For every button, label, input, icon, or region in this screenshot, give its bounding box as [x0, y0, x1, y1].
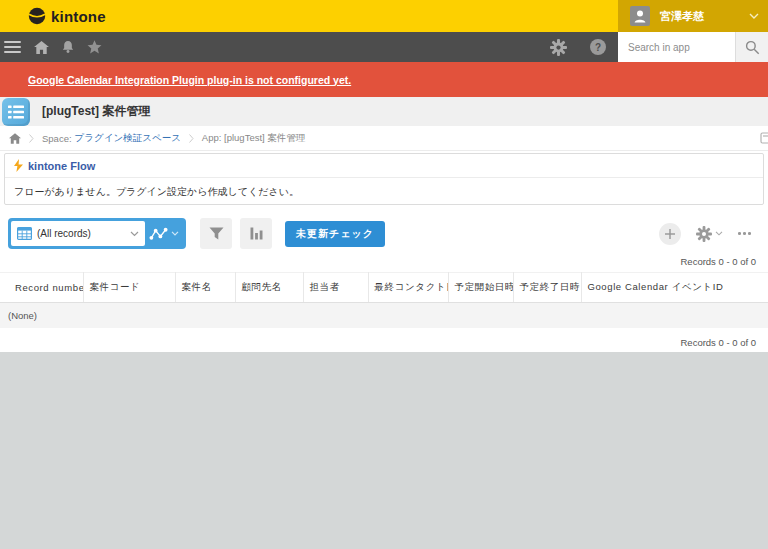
- view-toolbar: (All records): [8, 218, 760, 249]
- kintone-flow-panel: kintone Flow フローがありません。プラグイン設定から作成してください…: [4, 153, 764, 205]
- kintone-flow-title: kintone Flow: [28, 160, 95, 172]
- funnel-icon: [209, 227, 224, 240]
- column-header-last-contact-date[interactable]: 最終コンタクト日: [368, 273, 448, 303]
- breadcrumb-app-item: App: [plugTest] 案件管理: [202, 132, 305, 145]
- navbar-right: ?: [550, 32, 768, 62]
- graph-view-dropdown[interactable]: [145, 221, 183, 246]
- column-header-gcal-event-id[interactable]: Google Calendar イベントID: [581, 273, 768, 303]
- top-header: kintone 宮澤孝慈: [0, 0, 768, 32]
- user-name: 宮澤孝慈: [660, 9, 704, 24]
- breadcrumb-space-prefix: Space:: [42, 133, 72, 144]
- chart-button[interactable]: [240, 218, 272, 249]
- plugin-warning-banner: Google Calendar Integration Plugin plug-…: [0, 62, 768, 97]
- gear-icon: [696, 226, 712, 242]
- bar-chart-icon: [250, 227, 263, 240]
- table-header-spacer: [0, 273, 9, 303]
- view-selector-label: (All records): [37, 228, 91, 239]
- search-input[interactable]: [618, 32, 735, 62]
- kintone-logo[interactable]: kintone: [28, 7, 106, 25]
- view-selector-group: (All records): [8, 218, 186, 249]
- column-header-client-name[interactable]: 顧問先名: [235, 273, 303, 303]
- kintone-logo-icon: [28, 7, 46, 25]
- app-header-bar: [plugTest] 案件管理: [0, 97, 768, 126]
- column-header-case-code[interactable]: 案件コード: [83, 273, 175, 303]
- kintone-logo-text: kintone: [51, 8, 106, 25]
- column-header-assignee[interactable]: 担当者: [303, 273, 368, 303]
- breadcrumb: Space: プラグイン検証スペース App: [plugTest] 案件管理: [0, 126, 768, 151]
- hamburger-menu-icon[interactable]: [4, 41, 21, 53]
- help-icon[interactable]: ?: [590, 39, 606, 55]
- view-selector-dropdown[interactable]: (All records): [11, 221, 145, 246]
- column-header-end-datetime[interactable]: 予定終了日時: [513, 273, 581, 303]
- user-menu[interactable]: 宮澤孝慈: [618, 0, 768, 32]
- chevron-right-icon: [189, 134, 194, 143]
- records-count-top: Records 0 - 0 of 0: [0, 255, 768, 269]
- page-background: [0, 352, 768, 549]
- unupdated-check-button[interactable]: 未更新チェック: [285, 221, 385, 247]
- home-icon[interactable]: [34, 41, 49, 54]
- column-header-case-name[interactable]: 案件名: [175, 273, 235, 303]
- app-icon: [2, 98, 30, 126]
- global-navbar: ?: [0, 32, 768, 62]
- table-header-row: Record number 案件コード 案件名 顧問先名 担当者 最終コンタクト…: [0, 273, 768, 303]
- chevron-right-icon: [29, 134, 34, 143]
- chevron-down-icon: [130, 231, 139, 237]
- kintone-flow-empty-message: フローがありません。プラグイン設定から作成してください。: [5, 178, 763, 199]
- favorites-star-icon[interactable]: [87, 40, 102, 54]
- thread-toggle-icon[interactable]: [760, 132, 768, 146]
- plugin-warning-link[interactable]: Google Calendar Integration Plugin plug-…: [28, 74, 351, 86]
- kintone-app-page: kintone 宮澤孝慈: [0, 0, 768, 549]
- graph-nodes-icon: [149, 227, 168, 241]
- column-header-record-number[interactable]: Record number: [9, 273, 83, 303]
- empty-row-label: (None): [0, 303, 768, 328]
- records-count-bottom: Records 0 - 0 of 0: [0, 336, 768, 350]
- settings-gear-icon[interactable]: [550, 39, 567, 56]
- chevron-down-icon: [171, 231, 179, 236]
- breadcrumb-home-icon[interactable]: [9, 133, 21, 144]
- kintone-flow-header: kintone Flow: [5, 154, 763, 178]
- plus-icon: [664, 228, 676, 240]
- table-empty-row: (None): [0, 303, 768, 328]
- chevron-down-icon: [749, 13, 759, 20]
- avatar: [630, 6, 650, 26]
- records-table: Record number 案件コード 案件名 顧問先名 担当者 最終コンタクト…: [0, 272, 768, 328]
- notifications-bell-icon[interactable]: [61, 40, 75, 54]
- search-icon: [745, 40, 760, 55]
- search-button[interactable]: [735, 32, 768, 62]
- table-view-icon: [17, 227, 32, 240]
- app-content: kintone Flow フローがありません。プラグイン設定から作成してください…: [0, 151, 768, 352]
- chevron-down-icon: [715, 231, 723, 236]
- add-record-button[interactable]: [659, 223, 681, 245]
- app-title: [plugTest] 案件管理: [42, 103, 150, 120]
- search-box: [618, 32, 768, 62]
- column-header-start-datetime[interactable]: 予定開始日時: [448, 273, 513, 303]
- filter-button[interactable]: [200, 218, 232, 249]
- more-options-icon[interactable]: [738, 228, 751, 239]
- toolbar-right-controls: [659, 223, 760, 245]
- breadcrumb-space-link[interactable]: プラグイン検証スペース: [75, 132, 181, 145]
- app-settings-button[interactable]: [696, 226, 723, 242]
- lightning-bolt-icon: [14, 159, 23, 172]
